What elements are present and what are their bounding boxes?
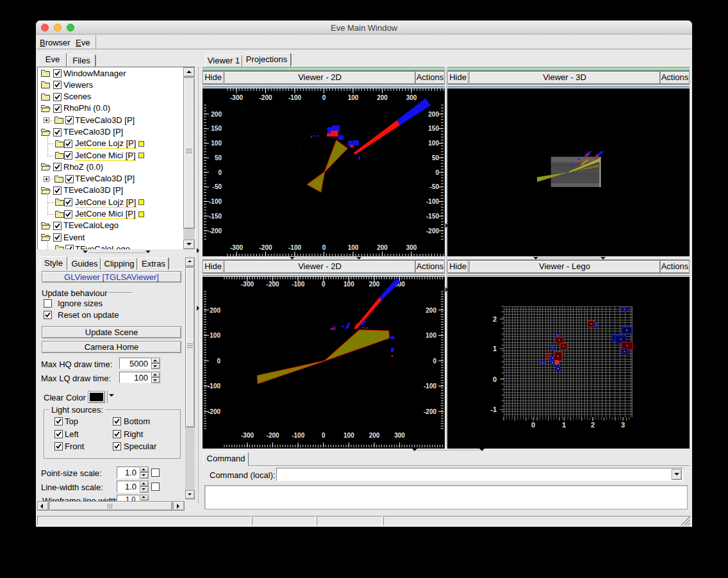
svg-text:100: 100 [343,432,354,439]
svg-text:200: 200 [428,111,439,118]
svg-text:100: 100 [348,94,359,101]
svg-text:-200: -200 [209,227,222,235]
svg-text:150: 150 [211,125,222,132]
svg-text:-300: -300 [230,244,243,251]
svg-text:0: 0 [322,244,326,251]
svg-text:-200: -200 [208,408,220,415]
svg-text:300: 300 [406,244,417,251]
svg-text:-1: -1 [490,406,497,413]
svg-text:0: 0 [218,169,222,176]
svg-text:3: 3 [621,421,625,429]
svg-text:100: 100 [343,281,354,288]
svg-text:-150: -150 [426,213,439,220]
svg-text:-50: -50 [430,183,440,190]
svg-text:-200: -200 [424,408,436,415]
svg-text:0: 0 [217,358,220,365]
svg-text:200: 200 [426,307,436,314]
svg-text:-100: -100 [426,198,439,205]
svg-text:100: 100 [426,332,436,339]
svg-text:-300: -300 [241,281,254,288]
svg-text:50: 50 [432,154,440,161]
svg-text:-150: -150 [209,213,222,220]
svg-text:200: 200 [377,94,388,101]
svg-text:100: 100 [428,140,439,147]
svg-text:0: 0 [433,358,436,365]
svg-text:-100: -100 [292,432,304,439]
svg-text:-200: -200 [259,94,272,101]
svg-text:100: 100 [348,244,359,251]
svg-text:-100: -100 [208,383,220,390]
svg-text:0: 0 [531,421,535,429]
svg-text:-100: -100 [292,281,304,288]
svg-text:0: 0 [322,94,326,101]
svg-text:1: 1 [562,421,566,429]
svg-text:200: 200 [369,432,380,439]
svg-text:0: 0 [435,169,439,176]
svg-text:100: 100 [211,140,222,147]
svg-text:200: 200 [211,111,222,118]
svg-text:0: 0 [493,376,497,383]
svg-text:-200: -200 [426,227,439,235]
svg-text:0: 0 [322,281,326,288]
svg-text:-300: -300 [241,432,254,439]
svg-text:-100: -100 [209,198,222,205]
svg-text:200: 200 [210,307,220,314]
svg-text:-200: -200 [267,281,279,288]
svg-text:0: 0 [322,432,326,439]
svg-text:300: 300 [394,432,405,439]
svg-text:-200: -200 [267,432,279,439]
svg-text:1: 1 [493,345,497,352]
svg-text:-200: -200 [259,244,272,251]
svg-text:-100: -100 [424,383,436,390]
svg-text:50: 50 [215,154,222,161]
svg-text:150: 150 [428,125,439,132]
svg-text:-100: -100 [288,244,301,251]
svg-text:100: 100 [210,332,220,339]
svg-text:200: 200 [377,244,388,251]
svg-text:-50: -50 [213,183,222,190]
svg-text:200: 200 [369,281,380,288]
svg-text:-100: -100 [288,94,301,101]
svg-text:300: 300 [406,94,417,101]
svg-text:2: 2 [493,315,497,323]
svg-text:-300: -300 [230,94,243,101]
svg-text:2: 2 [591,421,595,429]
